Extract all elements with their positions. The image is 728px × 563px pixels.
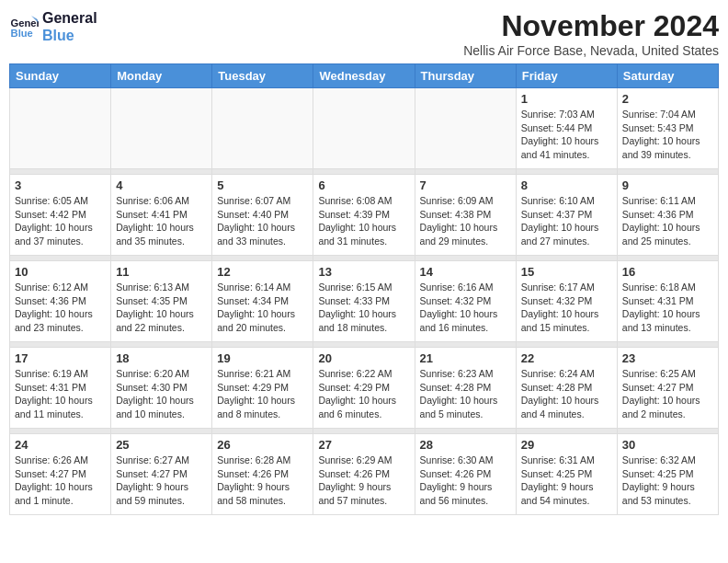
day-number: 19 [217, 351, 308, 365]
day-number: 25 [116, 438, 207, 452]
day-number: 2 [622, 92, 713, 106]
day-info: Sunrise: 6:17 AM Sunset: 4:32 PM Dayligh… [521, 281, 612, 335]
day-info: Sunrise: 6:23 AM Sunset: 4:28 PM Dayligh… [420, 367, 511, 421]
day-number: 27 [318, 438, 409, 452]
day-cell [111, 88, 212, 169]
day-cell: 5Sunrise: 6:07 AM Sunset: 4:40 PM Daylig… [212, 175, 313, 256]
day-cell: 17Sunrise: 6:19 AM Sunset: 4:31 PM Dayli… [10, 348, 111, 429]
day-info: Sunrise: 6:30 AM Sunset: 4:26 PM Dayligh… [420, 454, 511, 508]
day-cell: 23Sunrise: 6:25 AM Sunset: 4:27 PM Dayli… [617, 348, 718, 429]
week-row-4: 17Sunrise: 6:19 AM Sunset: 4:31 PM Dayli… [10, 348, 719, 429]
header-friday: Friday [516, 64, 617, 88]
day-number: 21 [420, 351, 511, 365]
day-cell: 25Sunrise: 6:27 AM Sunset: 4:27 PM Dayli… [111, 434, 212, 515]
day-number: 22 [521, 351, 612, 365]
day-cell: 24Sunrise: 6:26 AM Sunset: 4:27 PM Dayli… [10, 434, 111, 515]
day-number: 30 [622, 438, 713, 452]
day-cell: 14Sunrise: 6:16 AM Sunset: 4:32 PM Dayli… [415, 261, 516, 342]
calendar-header-row: SundayMondayTuesdayWednesdayThursdayFrid… [10, 64, 719, 88]
week-row-3: 10Sunrise: 6:12 AM Sunset: 4:36 PM Dayli… [10, 261, 719, 342]
day-info: Sunrise: 6:06 AM Sunset: 4:41 PM Dayligh… [116, 194, 207, 248]
day-info: Sunrise: 6:22 AM Sunset: 4:29 PM Dayligh… [318, 367, 409, 421]
day-info: Sunrise: 6:08 AM Sunset: 4:39 PM Dayligh… [318, 194, 409, 248]
day-info: Sunrise: 6:18 AM Sunset: 4:31 PM Dayligh… [622, 281, 713, 335]
day-number: 8 [521, 178, 612, 192]
day-info: Sunrise: 6:09 AM Sunset: 4:38 PM Dayligh… [420, 194, 511, 248]
day-info: Sunrise: 6:10 AM Sunset: 4:37 PM Dayligh… [521, 194, 612, 248]
month-title: November 2024 [463, 9, 719, 43]
header-saturday: Saturday [617, 64, 718, 88]
header-wednesday: Wednesday [313, 64, 415, 88]
day-info: Sunrise: 6:05 AM Sunset: 4:42 PM Dayligh… [15, 194, 106, 248]
day-info: Sunrise: 6:20 AM Sunset: 4:30 PM Dayligh… [116, 367, 207, 421]
day-cell: 21Sunrise: 6:23 AM Sunset: 4:28 PM Dayli… [415, 348, 516, 429]
header-tuesday: Tuesday [212, 64, 313, 88]
day-number: 18 [116, 351, 207, 365]
day-info: Sunrise: 6:12 AM Sunset: 4:36 PM Dayligh… [15, 281, 106, 335]
week-row-5: 24Sunrise: 6:26 AM Sunset: 4:27 PM Dayli… [10, 434, 719, 515]
logo-icon: General Blue [9, 12, 39, 41]
logo-text-general: General [42, 9, 97, 27]
title-area: November 2024 Nellis Air Force Base, Nev… [463, 9, 719, 58]
day-number: 6 [318, 178, 409, 192]
day-info: Sunrise: 6:07 AM Sunset: 4:40 PM Dayligh… [217, 194, 308, 248]
day-info: Sunrise: 6:26 AM Sunset: 4:27 PM Dayligh… [15, 454, 106, 508]
day-info: Sunrise: 6:28 AM Sunset: 4:26 PM Dayligh… [217, 454, 308, 508]
day-cell: 26Sunrise: 6:28 AM Sunset: 4:26 PM Dayli… [212, 434, 313, 515]
day-cell [415, 88, 516, 169]
day-cell: 30Sunrise: 6:32 AM Sunset: 4:25 PM Dayli… [617, 434, 718, 515]
day-cell: 28Sunrise: 6:30 AM Sunset: 4:26 PM Dayli… [415, 434, 516, 515]
day-cell [212, 88, 313, 169]
day-info: Sunrise: 6:16 AM Sunset: 4:32 PM Dayligh… [420, 281, 511, 335]
day-cell: 11Sunrise: 6:13 AM Sunset: 4:35 PM Dayli… [111, 261, 212, 342]
day-cell: 9Sunrise: 6:11 AM Sunset: 4:36 PM Daylig… [617, 175, 718, 256]
day-cell: 20Sunrise: 6:22 AM Sunset: 4:29 PM Dayli… [313, 348, 415, 429]
day-cell [313, 88, 415, 169]
day-cell: 27Sunrise: 6:29 AM Sunset: 4:26 PM Dayli… [313, 434, 415, 515]
header-sunday: Sunday [10, 64, 111, 88]
svg-text:Blue: Blue [11, 28, 33, 39]
day-number: 29 [521, 438, 612, 452]
week-row-2: 3Sunrise: 6:05 AM Sunset: 4:42 PM Daylig… [10, 175, 719, 256]
calendar-table: SundayMondayTuesdayWednesdayThursdayFrid… [9, 63, 719, 515]
logo-text-blue: Blue [42, 27, 97, 44]
day-cell: 6Sunrise: 6:08 AM Sunset: 4:39 PM Daylig… [313, 175, 415, 256]
day-number: 10 [15, 265, 106, 279]
day-number: 12 [217, 265, 308, 279]
day-info: Sunrise: 6:15 AM Sunset: 4:33 PM Dayligh… [318, 281, 409, 335]
day-info: Sunrise: 6:32 AM Sunset: 4:25 PM Dayligh… [622, 454, 713, 508]
header-monday: Monday [111, 64, 212, 88]
day-info: Sunrise: 7:03 AM Sunset: 5:44 PM Dayligh… [521, 108, 612, 162]
day-number: 5 [217, 178, 308, 192]
day-number: 24 [15, 438, 106, 452]
day-cell: 1Sunrise: 7:03 AM Sunset: 5:44 PM Daylig… [516, 88, 617, 169]
day-cell: 7Sunrise: 6:09 AM Sunset: 4:38 PM Daylig… [415, 175, 516, 256]
day-cell: 18Sunrise: 6:20 AM Sunset: 4:30 PM Dayli… [111, 348, 212, 429]
day-info: Sunrise: 6:11 AM Sunset: 4:36 PM Dayligh… [622, 194, 713, 248]
day-cell: 19Sunrise: 6:21 AM Sunset: 4:29 PM Dayli… [212, 348, 313, 429]
day-cell [10, 88, 111, 169]
day-number: 26 [217, 438, 308, 452]
location-subtitle: Nellis Air Force Base, Nevada, United St… [463, 43, 719, 58]
day-number: 13 [318, 265, 409, 279]
day-cell: 12Sunrise: 6:14 AM Sunset: 4:34 PM Dayli… [212, 261, 313, 342]
day-number: 28 [420, 438, 511, 452]
page-header: General Blue General Blue November 2024 … [9, 9, 719, 58]
week-row-1: 1Sunrise: 7:03 AM Sunset: 5:44 PM Daylig… [10, 88, 719, 169]
day-number: 20 [318, 351, 409, 365]
day-number: 14 [420, 265, 511, 279]
day-cell: 3Sunrise: 6:05 AM Sunset: 4:42 PM Daylig… [10, 175, 111, 256]
day-cell: 29Sunrise: 6:31 AM Sunset: 4:25 PM Dayli… [516, 434, 617, 515]
header-thursday: Thursday [415, 64, 516, 88]
day-info: Sunrise: 6:13 AM Sunset: 4:35 PM Dayligh… [116, 281, 207, 335]
day-info: Sunrise: 6:31 AM Sunset: 4:25 PM Dayligh… [521, 454, 612, 508]
day-cell: 13Sunrise: 6:15 AM Sunset: 4:33 PM Dayli… [313, 261, 415, 342]
day-number: 23 [622, 351, 713, 365]
day-cell: 8Sunrise: 6:10 AM Sunset: 4:37 PM Daylig… [516, 175, 617, 256]
day-cell: 22Sunrise: 6:24 AM Sunset: 4:28 PM Dayli… [516, 348, 617, 429]
day-info: Sunrise: 6:19 AM Sunset: 4:31 PM Dayligh… [15, 367, 106, 421]
day-number: 4 [116, 178, 207, 192]
day-info: Sunrise: 6:25 AM Sunset: 4:27 PM Dayligh… [622, 367, 713, 421]
day-info: Sunrise: 6:27 AM Sunset: 4:27 PM Dayligh… [116, 454, 207, 508]
day-cell: 2Sunrise: 7:04 AM Sunset: 5:43 PM Daylig… [617, 88, 718, 169]
